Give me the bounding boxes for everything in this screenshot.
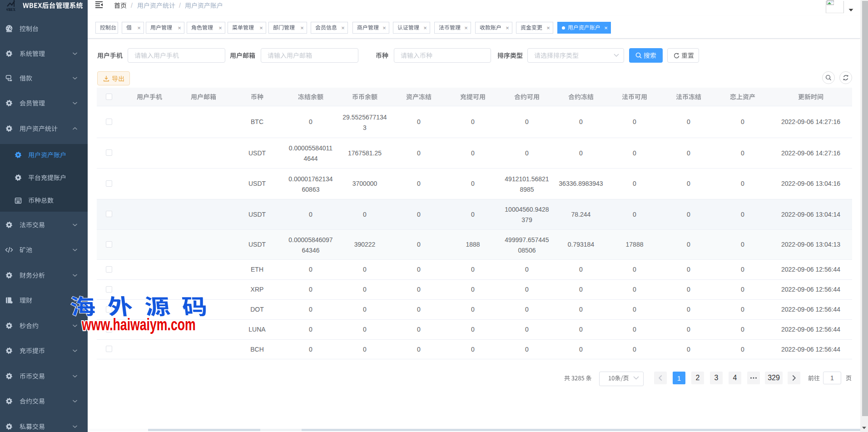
svg-text:WBEX: WBEX	[6, 8, 16, 12]
